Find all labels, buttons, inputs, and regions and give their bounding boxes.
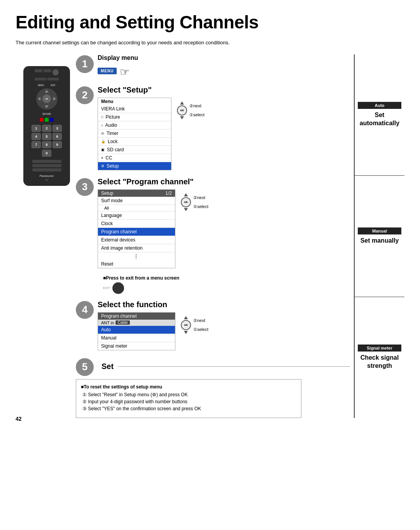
step-4-title: Select the function [98,300,350,309]
intro-text: The current channel settings can be chan… [16,39,280,47]
pc-item-reset: Reset [98,260,175,268]
page-title: Editing and Setting Channels [16,12,404,33]
step-5-number: 5 [76,358,94,376]
page-number: 42 [16,416,22,422]
remote-color-buttons [40,118,54,122]
arrow-down-icon-4 [184,331,188,334]
remote-menu-label: MENU [37,84,45,87]
step4-item-auto: Auto [98,326,175,334]
pc-item-externaldevices: External devices [98,236,175,244]
step-4: 4 Select the function Program channel AN… [76,300,350,350]
pc-item-all: All [98,205,175,212]
reset-box-title: ■To reset the settings of setup menu [81,384,296,390]
remote-brand: Panasonic [39,175,54,177]
step4-header: Program channel [98,313,175,320]
exit-small-label: EXIT [103,286,110,290]
step-4-number: 4 [76,301,94,319]
arrow-down-icon-3 [184,208,188,211]
sidebar-section-auto: Auto Set automatically [355,54,404,176]
step-1-title: Display menu [98,54,350,61]
menu-item-picture: □Picture [98,113,171,121]
menu-dotted-divider: ⋮ [98,252,175,260]
right-sidebar: Auto Set automatically Manual Set manual… [354,54,404,418]
pc-item-clock: Clock [98,220,175,228]
remote-exit-label: EXIT [50,84,56,87]
exit-button [112,282,124,294]
step-5-title: Set [102,362,114,371]
step-5-divider [117,366,350,367]
pc-header: Setup 1/2 [98,190,175,197]
sidebar-badge-auto: Auto [358,102,401,109]
arrow-up-icon-4 [184,316,188,319]
press-exit-text: ■Press to exit from a menu screen [103,275,179,281]
menu-header-item: Menu [98,98,171,105]
ok-button-step3: ok [181,197,191,207]
step4-item-manual: Manual [98,334,175,342]
step-1: 1 Display menu MENU ☞ [76,54,350,79]
remote-top-row [26,69,68,75]
step-2-menu: Menu VIERA Link □Picture ♪Audio ⊙Timer 🔒… [98,98,172,170]
step4-item-signalmeter: Signal meter [98,342,175,350]
remote-ok-button: ok [42,94,51,103]
reset-item-2: ② Input your 4-digit password with numbe… [81,399,296,404]
sidebar-badge-manual: Manual [358,227,401,234]
step-2-title: Select "Setup" [98,86,350,94]
nav-next-label-2: ②next [189,103,205,108]
remote-number-grid: 1 2 3 4 5 6 7 8 9 [32,125,62,148]
step4-subheader: ANT in Cable [98,320,175,326]
reset-item-3: ③ Select "YES" on the confirmation scree… [81,406,296,411]
pc-item-surfmode: Surf mode [98,197,175,205]
menu-item-vieralink: VIERA Link [98,105,171,113]
pc-item-programchannel: Program channel [98,228,175,236]
remote-long-buttons [26,160,68,171]
ok-button-step2: ok [177,105,187,115]
remote-type: TV [45,179,48,181]
pc-item-antiimage: Anti image retention [98,244,175,252]
reset-item-1: ① Select "Reset" in Setup menu (⚙) and p… [81,392,296,397]
menu-button: MENU [98,68,117,74]
arrow-up-icon-3 [184,193,188,196]
nav-select-label-3: ①select [193,204,208,209]
step-3-menu: Setup 1/2 Surf mode All Language Clock P… [98,189,175,268]
sidebar-section-manual: Manual Set manually [355,176,404,297]
step-2: 2 Select "Setup" Menu VIERA Link □Pictur… [76,86,350,170]
step-1-number: 1 [76,55,94,73]
menu-item-timer: ⊙Timer [98,129,171,138]
cable-tag: Cable [116,320,130,325]
menu-item-audio: ♪Audio [98,121,171,129]
menu-hand-icon: ☞ [120,66,130,79]
remote-return-label: RETURN [42,112,52,115]
step-5: 5 Set ■To reset the settings of setup me… [76,357,350,418]
menu-item-cc: ≡CC [98,154,171,162]
step-3: 3 Select "Program channel" Setup 1/2 Sur… [76,177,350,268]
press-exit-section: ■Press to exit from a menu screen EXIT [76,275,350,294]
nav-next-label-4: ②next [193,318,208,323]
sidebar-desc-auto: Set automatically [358,111,401,128]
pc-item-language: Language [98,212,175,220]
sidebar-badge-signal: Signal meter [358,345,401,352]
sidebar-section-signal: Signal meter Check signal strength [355,297,404,418]
step-4-menu: Program channel ANT in Cable Auto Manual… [98,312,175,350]
nav-select-label-2: ①select [189,112,205,117]
sidebar-desc-manual: Set manually [360,237,399,245]
remote-control: MENU EXIT ok RETURN [16,66,78,186]
arrow-down-icon [180,116,184,119]
nav-select-label-4: ①select [193,327,208,332]
remote-zero-button: 0 [42,150,51,157]
ok-button-step4: ok [181,320,191,330]
step-3-title: Select "Program channel" [98,177,350,186]
reset-box: ■To reset the settings of setup menu ① S… [76,379,301,418]
sidebar-desc-signal: Check signal strength [358,354,401,370]
menu-item-sdcard: ▣SD card [98,146,171,154]
nav-next-label-3: ②next [193,195,208,200]
menu-item-lock: 🔒Lock [98,138,171,146]
step-2-number: 2 [76,86,94,104]
arrow-up-icon [180,101,184,105]
remote-nav-pad: ok [36,88,58,110]
step-3-number: 3 [76,178,94,196]
menu-item-setup: ⚙Setup [98,162,171,170]
